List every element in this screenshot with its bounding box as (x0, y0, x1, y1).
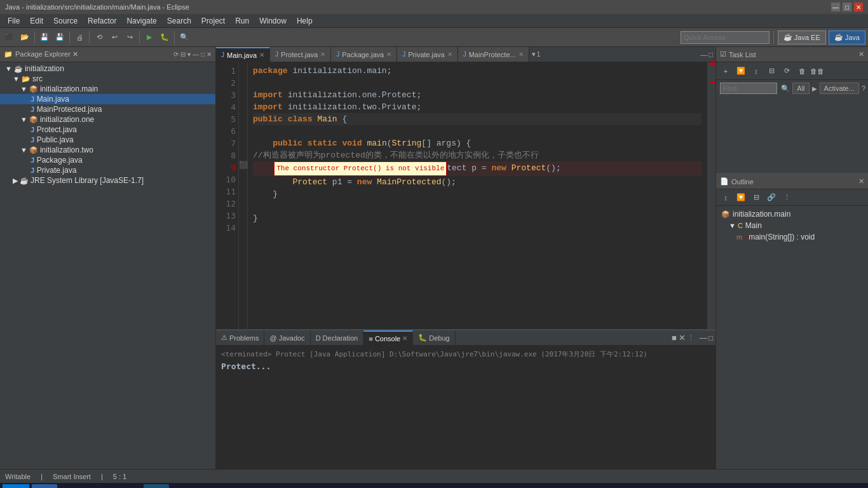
java-ee-perspective[interactable]: ☕ Java EE (778, 30, 826, 44)
menu-search[interactable]: Search (162, 14, 196, 27)
outline-link-btn[interactable]: 🔗 (764, 191, 778, 205)
tree-item-public-java[interactable]: J Public.java (0, 135, 215, 145)
toolbar-search[interactable]: 🔍 (177, 30, 191, 44)
task-add-btn[interactable]: + (719, 64, 733, 78)
outline-menu-btn[interactable]: ⋮ (780, 191, 794, 205)
java-file-icon: J (31, 95, 35, 104)
taskbar-app1[interactable]: 🎮 (116, 484, 141, 488)
tree-item-src[interactable]: ▼ 📂 src (0, 74, 215, 84)
java-perspective[interactable]: ☕ Java (829, 30, 865, 44)
toolbar-debug[interactable]: 🐛 (158, 30, 172, 44)
editor-min-btn[interactable]: — (700, 51, 707, 58)
tab-overflow[interactable]: ▾ 1 (529, 47, 543, 62)
tab-close-btn[interactable]: ✕ (386, 51, 391, 58)
tree-item-init-two[interactable]: ▼ 📦 initialization.two (0, 145, 215, 155)
console-stop-btn[interactable]: ■ (672, 333, 677, 342)
pe-sync-btn[interactable]: ⟳ (173, 51, 179, 58)
menu-navigate[interactable]: Navigate (121, 14, 161, 27)
tab-close-btn[interactable]: ✕ (519, 51, 524, 58)
tree-item-protect-java[interactable]: J Protect.java (0, 125, 215, 135)
task-list-close[interactable]: ✕ (858, 50, 864, 58)
toolbar-print[interactable]: 🖨 (72, 30, 86, 44)
taskbar-explorer[interactable]: 🗂 (32, 484, 57, 488)
tab-private-java[interactable]: J Private.java ✕ (397, 47, 458, 62)
task-filter-input[interactable] (720, 83, 777, 94)
quick-access-input[interactable] (681, 31, 770, 44)
tree-item-package-java[interactable]: J Package.java (0, 155, 215, 165)
tree-item-main-java[interactable]: J Main.java (0, 94, 215, 104)
tab-javadoc[interactable]: @ Javadoc (264, 330, 310, 345)
tab-protect-java[interactable]: J Protect.java ✕ (270, 47, 331, 62)
right-column: ☑ Task List ✕ + 🔽 ↕ ⊟ ⟳ 🗑 🗑🗑 🔍 All ▶ Act… (715, 47, 868, 469)
activate-btn[interactable]: Activate... (820, 83, 859, 94)
tab-package-java[interactable]: J Package.java ✕ (331, 47, 397, 62)
toolbar-open[interactable]: 📂 (18, 30, 32, 44)
pe-close-btn[interactable]: ✕ (207, 51, 212, 58)
task-filter-btn[interactable]: 🔽 (734, 64, 748, 78)
bottom-max-btn[interactable]: □ (709, 334, 713, 342)
maximize-button[interactable]: □ (843, 3, 851, 11)
menu-edit[interactable]: Edit (25, 14, 48, 27)
start-button[interactable]: ⊞ (3, 484, 29, 488)
bottom-min-btn[interactable]: — (700, 334, 707, 342)
tab-main-java[interactable]: J Main.java ✕ (216, 47, 270, 62)
tab-declaration[interactable]: D Declaration (311, 330, 364, 345)
error-tooltip[interactable]: The constructor Protect() is not visible (274, 161, 447, 176)
code-editor[interactable]: package initialization.main; import init… (248, 62, 707, 329)
outline-item-main-method[interactable]: m s main(String[]) : void (716, 231, 868, 243)
menu-help[interactable]: Help (292, 14, 318, 27)
tree-item-mainprotected-java[interactable]: J MainProtected.java (0, 104, 215, 114)
tab-mainprotected-java[interactable]: J MainProtecte... ✕ (458, 47, 529, 62)
tab-debug[interactable]: 🐛 Debug (413, 330, 455, 345)
editor-max-btn[interactable]: □ (709, 51, 713, 58)
tree-item-jre[interactable]: ▶ ☕ JRE System Library [JavaSE-1.7] (0, 175, 215, 186)
tab-close-btn[interactable]: ✕ (447, 51, 452, 58)
console-close-btn[interactable]: ✕ (679, 333, 686, 342)
tree-item-private-java[interactable]: J Private.java (0, 165, 215, 175)
toolbar-run[interactable]: ▶ (142, 30, 156, 44)
menu-window[interactable]: Window (254, 14, 292, 27)
task-collapse-btn[interactable]: ⊟ (764, 64, 778, 78)
task-delete-btn[interactable]: 🗑 (795, 64, 809, 78)
tab-close-btn[interactable]: ✕ (259, 51, 264, 58)
menu-file[interactable]: File (3, 14, 25, 27)
menu-project[interactable]: Project (196, 14, 230, 27)
console-menu-btn[interactable]: ⋮ (688, 334, 695, 342)
menu-refactor[interactable]: Refactor (83, 14, 121, 27)
tab-close-btn[interactable]: ✕ (320, 51, 325, 58)
tree-item-init-main[interactable]: ▼ 📦 initialization.main (0, 84, 215, 94)
minimize-button[interactable]: — (831, 3, 840, 11)
editor-tabs: J Main.java ✕ J Protect.java ✕ J Package… (216, 47, 715, 62)
toolbar-saveall[interactable]: 💾 (53, 30, 67, 44)
editor-scrollbar[interactable] (707, 62, 715, 329)
toolbar-save[interactable]: 💾 (37, 30, 51, 44)
tab-problems[interactable]: ⚠ Problems (216, 330, 264, 345)
task-refresh-btn[interactable]: ⟳ (780, 64, 794, 78)
tree-item-init-one[interactable]: ▼ 📦 initialization.one (0, 114, 215, 125)
task-sort-btn[interactable]: ↕ (749, 64, 763, 78)
outline-item-main-class[interactable]: ▼ C Main (716, 220, 868, 231)
outline-filter-btn[interactable]: 🔽 (734, 191, 748, 205)
toolbar-undo[interactable]: ↩ (107, 30, 121, 44)
toolbar-new[interactable]: ⬛ (3, 30, 17, 44)
menu-run[interactable]: Run (230, 14, 254, 27)
toolbar-redo[interactable]: ↪ (123, 30, 137, 44)
taskbar-browser[interactable]: 🌐 (60, 484, 85, 488)
taskbar-word[interactable]: W (144, 484, 169, 488)
pe-minimize-btn[interactable]: — (193, 51, 199, 58)
outline-collapse-btn[interactable]: ⊟ (749, 191, 763, 205)
all-btn[interactable]: All (792, 83, 809, 94)
taskbar-browser2[interactable]: 🔵 (88, 484, 113, 488)
task-delete-all-btn[interactable]: 🗑🗑 (810, 64, 824, 78)
outline-item-package[interactable]: 📦 initialization.main (716, 208, 868, 220)
tree-item-initialization[interactable]: ▼ ☕ initialization (0, 64, 215, 74)
pe-collapse-btn[interactable]: ⊟ (180, 51, 186, 58)
tab-console[interactable]: ■ Console ✕ (363, 330, 413, 345)
pe-menu-btn[interactable]: ▾ (187, 51, 191, 58)
outline-close[interactable]: ✕ (858, 177, 864, 186)
toolbar-refactor[interactable]: ⟲ (92, 30, 106, 44)
close-button[interactable]: ✕ (854, 3, 863, 11)
pe-maximize-btn[interactable]: □ (201, 51, 205, 58)
menu-source[interactable]: Source (48, 14, 83, 27)
outline-sort-btn[interactable]: ↕ (719, 191, 733, 205)
